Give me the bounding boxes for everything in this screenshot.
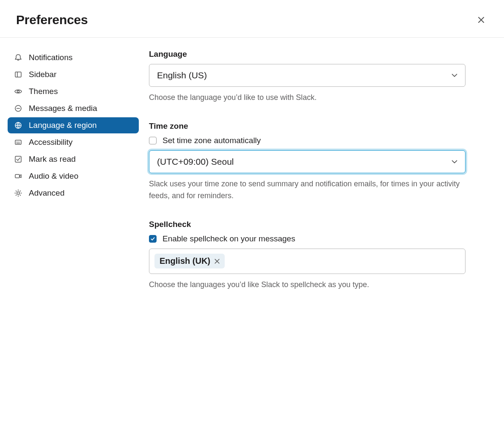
check-square-icon [14, 155, 23, 164]
spellcheck-languages-input[interactable]: English (UK) [149, 249, 465, 274]
sidebar-item-messages-media[interactable]: Messages & media [8, 100, 139, 116]
timezone-section: Time zone Set time zone automatically (U… [149, 122, 465, 202]
spellcheck-help-text: Choose the languages you’d like Slack to… [149, 279, 465, 291]
language-select-value: English (US) [157, 70, 207, 80]
language-section: Language English (US) Choose the languag… [149, 50, 465, 104]
page-title: Preferences [16, 13, 88, 27]
timezone-select-value: (UTC+09:00) Seoul [157, 157, 234, 166]
chat-icon [14, 104, 23, 113]
spellcheck-enable-checkbox[interactable] [149, 235, 157, 243]
spellcheck-enable-row[interactable]: Enable spellcheck on your messages [149, 234, 465, 243]
close-button[interactable] [474, 13, 488, 27]
timezone-auto-label: Set time zone automatically [162, 136, 261, 145]
language-select[interactable]: English (US) [149, 64, 465, 87]
sidebar-item-label: Advanced [29, 188, 65, 198]
preferences-header: Preferences [0, 0, 504, 38]
gear-icon [14, 188, 23, 198]
timezone-auto-row[interactable]: Set time zone automatically [149, 136, 465, 145]
bell-icon [14, 53, 23, 62]
globe-icon [14, 121, 23, 130]
spellcheck-title: Spellcheck [149, 220, 465, 229]
keyboard-icon [14, 138, 23, 147]
close-icon [214, 260, 220, 266]
spellcheck-language-token: English (UK) [154, 254, 225, 268]
sidebar-item-label: Audio & video [29, 171, 78, 181]
spellcheck-language-token-label: English (UK) [160, 256, 210, 266]
spellcheck-token-remove-button[interactable] [214, 258, 220, 265]
timezone-select[interactable]: (UTC+09:00) Seoul [149, 150, 465, 173]
language-title: Language [149, 50, 465, 59]
sidebar-item-accessibility[interactable]: Accessibility [8, 134, 139, 150]
preferences-content: Language English (US) Choose the languag… [139, 50, 486, 309]
eye-icon [14, 87, 23, 96]
timezone-help-text: Slack uses your time zone to send summar… [149, 178, 465, 202]
sidebar-item-label: Mark as read [29, 155, 76, 164]
sidebar-item-themes[interactable]: Themes [8, 83, 139, 100]
sidebar-item-notifications[interactable]: Notifications [8, 50, 139, 66]
sidebar-item-sidebar[interactable]: Sidebar [8, 66, 139, 83]
sidebar-item-language-region[interactable]: Language & region [8, 117, 139, 133]
chevron-down-icon [451, 72, 458, 79]
sidebar-item-mark-as-read[interactable]: Mark as read [8, 151, 139, 167]
sidebar-item-label: Language & region [29, 121, 97, 130]
sidebar-item-label: Accessibility [29, 138, 72, 147]
spellcheck-enable-label: Enable spellcheck on your messages [162, 234, 295, 243]
sidebar-item-label: Sidebar [29, 70, 57, 79]
spellcheck-section: Spellcheck Enable spellcheck on your mes… [149, 220, 465, 291]
sidebar-item-label: Messages & media [29, 104, 97, 113]
sidebar-item-label: Notifications [29, 53, 73, 62]
chevron-down-icon [451, 158, 458, 166]
sidebar-item-label: Themes [29, 87, 58, 96]
layout-icon [14, 70, 23, 79]
language-help-text: Choose the language you’d like to use wi… [149, 92, 465, 104]
timezone-auto-checkbox[interactable] [149, 137, 157, 144]
video-icon [14, 171, 23, 181]
preferences-sidebar: Notifications Sidebar Themes Messages & … [8, 50, 139, 309]
sidebar-item-advanced[interactable]: Advanced [8, 185, 139, 201]
sidebar-item-audio-video[interactable]: Audio & video [8, 168, 139, 184]
close-icon [477, 19, 485, 25]
timezone-title: Time zone [149, 122, 465, 131]
